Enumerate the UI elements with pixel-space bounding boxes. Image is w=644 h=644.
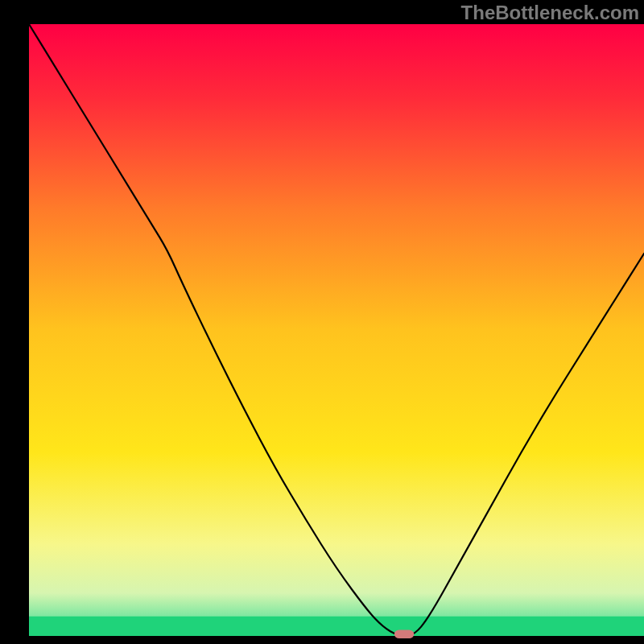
chart-canvas bbox=[0, 0, 644, 644]
sweet-spot-marker bbox=[394, 630, 414, 638]
green-band bbox=[29, 617, 644, 636]
bottleneck-chart: TheBottleneck.com bbox=[0, 0, 644, 644]
plot-background bbox=[29, 24, 644, 636]
watermark-text: TheBottleneck.com bbox=[461, 2, 639, 24]
